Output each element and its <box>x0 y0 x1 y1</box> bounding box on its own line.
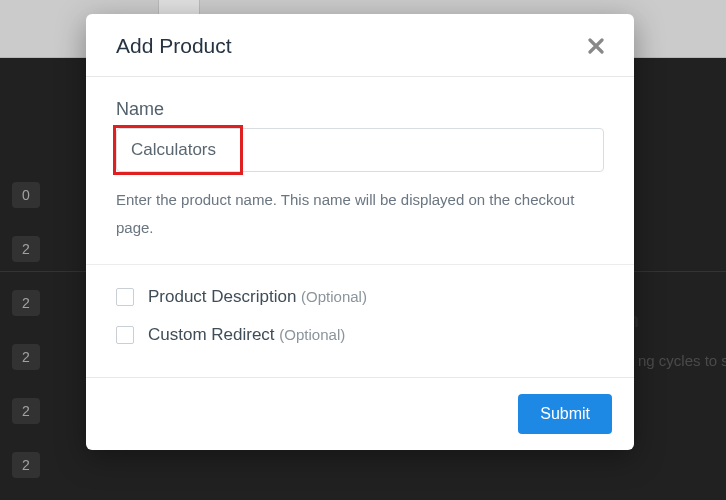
checkbox-row-description: Product Description (Optional) <box>116 287 604 307</box>
name-input-wrap <box>116 128 604 172</box>
checkbox-row-redirect: Custom Redirect (Optional) <box>116 325 604 345</box>
checkbox-optional-text: (Optional) <box>301 288 367 305</box>
name-help-text: Enter the product name. This name will b… <box>116 186 604 242</box>
name-label: Name <box>116 99 604 120</box>
checkbox-label[interactable]: Product Description (Optional) <box>148 287 367 307</box>
checkbox-label-text: Product Description <box>148 287 296 306</box>
section-divider <box>86 264 634 265</box>
checkbox-label-text: Custom Redirect <box>148 325 275 344</box>
modal-body: Name Enter the product name. This name w… <box>86 77 634 369</box>
custom-redirect-checkbox[interactable] <box>116 326 134 344</box>
checkbox-label[interactable]: Custom Redirect (Optional) <box>148 325 345 345</box>
product-name-input[interactable] <box>116 128 604 172</box>
modal-title: Add Product <box>116 34 232 58</box>
modal-header: Add Product <box>86 14 634 77</box>
close-button[interactable] <box>584 34 608 58</box>
product-description-checkbox[interactable] <box>116 288 134 306</box>
close-icon <box>588 38 604 54</box>
submit-button[interactable]: Submit <box>518 394 612 434</box>
modal-footer: Submit <box>86 377 634 450</box>
add-product-modal: Add Product Name Enter the product name.… <box>86 14 634 450</box>
checkbox-optional-text: (Optional) <box>279 326 345 343</box>
